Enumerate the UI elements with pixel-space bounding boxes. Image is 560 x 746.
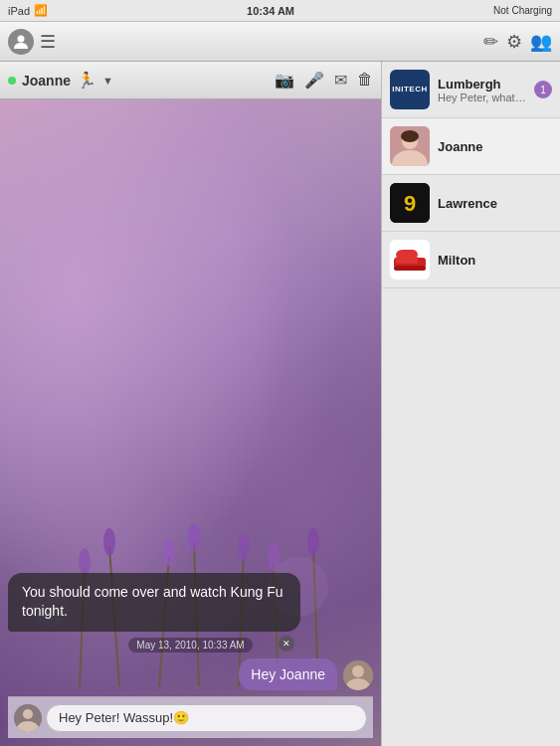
svg-point-0 xyxy=(18,35,25,42)
milton-avatar xyxy=(390,240,430,280)
online-indicator xyxy=(8,77,16,85)
microphone-icon[interactable]: 🎤 xyxy=(304,71,324,90)
camera-icon[interactable]: 📷 xyxy=(275,71,294,90)
sidebar-contact-milton[interactable]: Milton xyxy=(382,232,560,288)
messages-area: You should come over and watch Kung Fu t… xyxy=(0,99,381,746)
joanne-contact-info: Joanne xyxy=(438,139,552,154)
contacts-sidebar: INITECH Lumbergh Hey Peter, what's... 1 xyxy=(381,62,560,746)
wifi-icon: 📶 xyxy=(34,4,48,17)
compose-icon[interactable]: ✏ xyxy=(483,31,498,53)
svg-point-23 xyxy=(401,130,419,142)
svg-rect-28 xyxy=(396,256,418,264)
lumbergh-unread-badge: 1 xyxy=(534,81,552,98)
trash-icon[interactable]: 🗑 xyxy=(357,71,373,90)
message-bubble-incoming: You should come over and watch Kung Fu t… xyxy=(8,573,300,632)
settings-icon[interactable]: ⚙ xyxy=(506,31,522,53)
milton-contact-info: Milton xyxy=(438,253,552,268)
chat-header: Joanne 🏃 ▼ 📷 🎤 ✉ 🗑 xyxy=(0,62,381,99)
carrier-label: iPad xyxy=(8,5,30,17)
battery-status: Not Charging xyxy=(493,5,552,16)
chat-message-input[interactable]: Hey Peter! Wassup!🙂 xyxy=(46,704,367,732)
clock: 10:34 AM xyxy=(247,5,294,17)
close-bubble-button[interactable]: ✕ xyxy=(279,636,294,652)
email-icon[interactable]: ✉ xyxy=(334,71,347,90)
sender-avatar xyxy=(14,704,42,732)
milton-name: Milton xyxy=(438,253,552,268)
contacts-icon[interactable]: 👥 xyxy=(530,31,552,53)
status-bar: iPad 📶 10:34 AM Not Charging xyxy=(0,0,560,22)
lawrence-name: Lawrence xyxy=(438,196,552,211)
message-timestamp: May 13, 2010, 10:33 AM xyxy=(128,638,252,653)
svg-text:9: 9 xyxy=(404,191,416,216)
menu-icon[interactable]: ☰ xyxy=(40,31,56,53)
outgoing-message-row: Hey Joanne xyxy=(8,658,373,690)
chat-input-row: Hey Peter! Wassup!🙂 xyxy=(8,696,373,738)
input-message-text: Hey Peter! Wassup!🙂 xyxy=(59,710,189,725)
chat-panel: Joanne 🏃 ▼ 📷 🎤 ✉ 🗑 xyxy=(0,62,381,746)
nav-bar: ☰ ✏ ⚙ 👥 xyxy=(0,22,560,62)
joanne-avatar xyxy=(390,126,430,166)
lumbergh-contact-info: Lumbergh Hey Peter, what's... xyxy=(438,77,526,103)
svg-point-18 xyxy=(352,665,364,677)
sidebar-contact-lumbergh[interactable]: INITECH Lumbergh Hey Peter, what's... 1 xyxy=(382,62,560,118)
sidebar-contact-lawrence[interactable]: 9 Lawrence xyxy=(382,175,560,232)
lumbergh-name: Lumbergh xyxy=(438,77,526,92)
joanne-name: Joanne xyxy=(438,139,552,154)
svg-rect-29 xyxy=(394,266,426,271)
user-chat-avatar xyxy=(343,660,373,690)
lawrence-avatar: 9 xyxy=(390,183,430,223)
main-area: Joanne 🏃 ▼ 📷 🎤 ✉ 🗑 xyxy=(0,62,560,746)
contact-status-icon: 🏃 xyxy=(77,71,96,90)
message-bubble-outgoing: Hey Joanne xyxy=(239,658,337,690)
user-avatar xyxy=(8,29,34,55)
chat-contact-name: Joanne xyxy=(22,73,71,89)
message-text: Hey Joanne xyxy=(251,666,325,682)
lumbergh-preview: Hey Peter, what's... xyxy=(438,92,526,103)
chat-background: You should come over and watch Kung Fu t… xyxy=(0,99,381,746)
svg-point-20 xyxy=(23,709,33,719)
sidebar-contact-joanne[interactable]: Joanne xyxy=(382,118,560,175)
lawrence-contact-info: Lawrence xyxy=(438,196,552,211)
lumbergh-avatar: INITECH xyxy=(390,70,430,109)
dropdown-icon[interactable]: ▼ xyxy=(102,75,113,87)
message-text: You should come over and watch Kung Fu t… xyxy=(22,584,283,620)
